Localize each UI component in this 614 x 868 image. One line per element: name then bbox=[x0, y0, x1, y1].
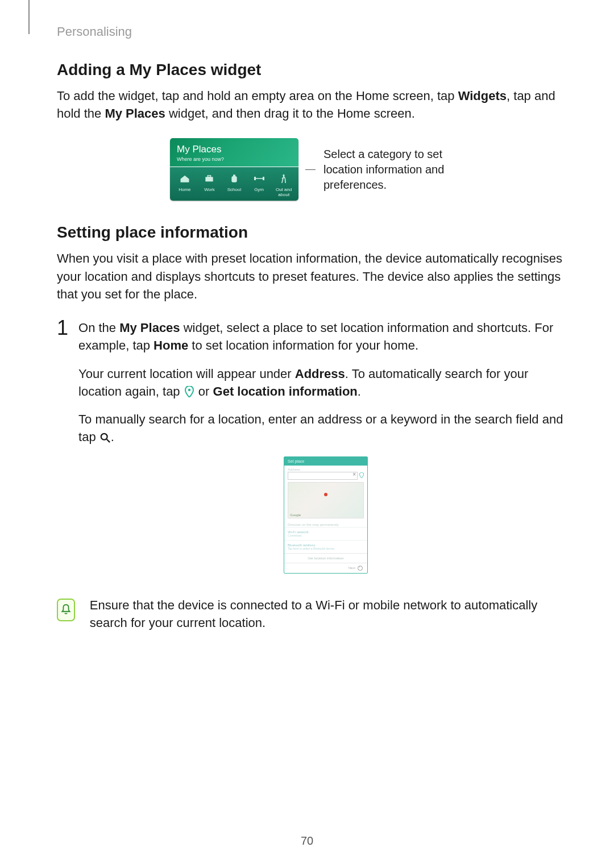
step1-para3: To manually search for a location, enter… bbox=[78, 410, 573, 446]
callout-line bbox=[305, 169, 316, 170]
svg-point-7 bbox=[283, 175, 285, 176]
widget-categories: Home Work School bbox=[170, 167, 298, 201]
cat-label: Work bbox=[197, 187, 222, 192]
text-bold: Get location information bbox=[213, 384, 358, 398]
svg-point-9 bbox=[101, 434, 107, 440]
phone-map-sublabel: Discover on the map permanently bbox=[284, 521, 367, 527]
text: to set location information for your hom… bbox=[188, 338, 418, 352]
svg-rect-1 bbox=[208, 176, 211, 177]
figure-widget: My Places Where are you now? Home Work bbox=[57, 138, 573, 201]
myplaces-widget: My Places Where are you now? Home Work bbox=[170, 138, 298, 201]
briefcase-icon bbox=[202, 172, 216, 185]
cat-work[interactable]: Work bbox=[197, 172, 222, 197]
cat-label: Gym bbox=[247, 187, 272, 192]
note: Ensure that the device is connected to a… bbox=[57, 596, 573, 632]
text-bold: My Places bbox=[119, 321, 180, 335]
text: Your current location will appear under bbox=[78, 367, 295, 381]
text: To add the widget, tap and hold an empty… bbox=[57, 89, 458, 103]
widget-header: My Places Where are you now? bbox=[170, 138, 298, 167]
note-icon bbox=[57, 599, 75, 621]
text-bold: Address bbox=[295, 367, 345, 381]
phone-wifi-row: Wi-Fi networkConnected bbox=[284, 527, 367, 540]
figure-set-place-screen: Set place Address Google Discover on the… bbox=[284, 456, 368, 574]
svg-rect-3 bbox=[233, 175, 235, 177]
text: or bbox=[195, 384, 213, 398]
text: widget, and then drag it to the Home scr… bbox=[165, 106, 415, 121]
location-pin-icon bbox=[184, 386, 195, 397]
step1-para2: Your current location will appear under … bbox=[78, 365, 573, 400]
phone-next[interactable]: Next bbox=[284, 563, 367, 573]
search-icon bbox=[99, 432, 111, 443]
text-bold-myplaces: My Places bbox=[105, 106, 165, 121]
map-brand: Google bbox=[290, 513, 301, 517]
home-icon bbox=[178, 172, 192, 185]
phone-get-location[interactable]: Get location information bbox=[284, 553, 367, 563]
text: . bbox=[358, 384, 361, 398]
para-adding-widget: To add the widget, tap and hold an empty… bbox=[57, 87, 573, 122]
cat-label: School bbox=[222, 187, 247, 192]
walk-icon bbox=[277, 172, 291, 185]
next-arrow-icon bbox=[358, 566, 363, 571]
svg-rect-5 bbox=[263, 177, 264, 180]
text-bold-widgets: Widgets bbox=[458, 89, 507, 103]
text: To manually search for a location, enter… bbox=[78, 412, 563, 444]
heading-adding-widget: Adding a My Places widget bbox=[57, 61, 573, 79]
step-1: 1 On the My Places widget, select a plac… bbox=[57, 319, 573, 592]
location-pin-icon[interactable] bbox=[359, 472, 364, 479]
phone-bt-row: Bluetooth addressTap here to select a Bl… bbox=[284, 540, 367, 553]
text: On the bbox=[78, 321, 119, 335]
heading-setting-place: Setting place information bbox=[57, 223, 573, 242]
cat-home[interactable]: Home bbox=[172, 172, 197, 197]
widget-title: My Places bbox=[177, 144, 292, 155]
cat-gym[interactable]: Gym bbox=[247, 172, 272, 197]
para-setting-intro: When you visit a place with preset locat… bbox=[57, 250, 573, 303]
cat-label: Out and about bbox=[271, 187, 296, 197]
dumbbell-icon bbox=[252, 172, 266, 185]
phone-search-input[interactable] bbox=[288, 472, 358, 480]
svg-rect-0 bbox=[206, 177, 213, 182]
text: . bbox=[111, 430, 114, 444]
cat-out[interactable]: Out and about bbox=[271, 172, 296, 197]
step1-para1: On the My Places widget, select a place … bbox=[78, 319, 573, 354]
phone-header: Set place bbox=[284, 457, 367, 466]
svg-point-8 bbox=[188, 389, 190, 391]
callout-text: Select a category to set location inform… bbox=[323, 147, 460, 193]
svg-rect-6 bbox=[256, 178, 263, 180]
svg-rect-2 bbox=[231, 176, 237, 182]
backpack-icon bbox=[227, 172, 241, 185]
note-text: Ensure that the device is connected to a… bbox=[90, 596, 573, 632]
widget-subtitle: Where are you now? bbox=[177, 156, 292, 162]
text-bold: Home bbox=[154, 338, 188, 352]
map-pin-icon bbox=[324, 493, 327, 496]
step-number: 1 bbox=[57, 318, 68, 338]
phone-searchline bbox=[284, 472, 367, 482]
svg-line-10 bbox=[106, 439, 109, 442]
page-number: 70 bbox=[301, 834, 313, 848]
header-rule bbox=[28, 0, 30, 34]
svg-rect-4 bbox=[254, 177, 256, 180]
cat-label: Home bbox=[172, 187, 197, 192]
cat-school[interactable]: School bbox=[222, 172, 247, 197]
phone-map: Google bbox=[288, 482, 364, 518]
section-breadcrumb: Personalising bbox=[57, 24, 573, 39]
